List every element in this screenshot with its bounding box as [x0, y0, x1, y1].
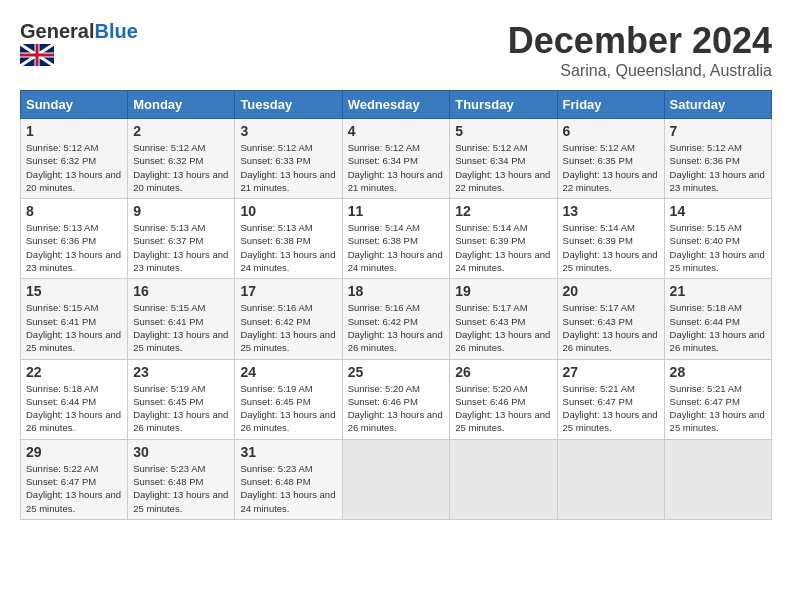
daylight: Daylight: 13 hours and 24 minutes.	[240, 249, 335, 273]
calendar-cell: 24Sunrise: 5:19 AMSunset: 6:45 PMDayligh…	[235, 359, 342, 439]
daylight: Daylight: 13 hours and 26 minutes.	[26, 409, 121, 433]
sunset: Sunset: 6:41 PM	[26, 316, 96, 327]
sunrise: Sunrise: 5:20 AM	[455, 383, 527, 394]
daylight: Daylight: 13 hours and 21 minutes.	[348, 169, 443, 193]
daylight: Daylight: 13 hours and 25 minutes.	[26, 329, 121, 353]
calendar-week-2: 8Sunrise: 5:13 AMSunset: 6:36 PMDaylight…	[21, 199, 772, 279]
title-section: December 2024 Sarina, Queensland, Austra…	[508, 20, 772, 80]
sunrise: Sunrise: 5:14 AM	[455, 222, 527, 233]
sunset: Sunset: 6:37 PM	[133, 235, 203, 246]
col-friday: Friday	[557, 91, 664, 119]
sunrise: Sunrise: 5:12 AM	[240, 142, 312, 153]
daylight: Daylight: 13 hours and 24 minutes.	[348, 249, 443, 273]
col-sunday: Sunday	[21, 91, 128, 119]
calendar-cell: 23Sunrise: 5:19 AMSunset: 6:45 PMDayligh…	[128, 359, 235, 439]
sunset: Sunset: 6:42 PM	[240, 316, 310, 327]
sunrise: Sunrise: 5:21 AM	[563, 383, 635, 394]
calendar-cell: 21Sunrise: 5:18 AMSunset: 6:44 PMDayligh…	[664, 279, 771, 359]
calendar-week-1: 1Sunrise: 5:12 AMSunset: 6:32 PMDaylight…	[21, 119, 772, 199]
day-number: 16	[133, 283, 229, 299]
sunrise: Sunrise: 5:20 AM	[348, 383, 420, 394]
day-number: 19	[455, 283, 551, 299]
daylight: Daylight: 13 hours and 25 minutes.	[133, 489, 228, 513]
sunrise: Sunrise: 5:12 AM	[563, 142, 635, 153]
col-wednesday: Wednesday	[342, 91, 450, 119]
day-number: 28	[670, 364, 766, 380]
sunrise: Sunrise: 5:23 AM	[240, 463, 312, 474]
calendar-cell: 29Sunrise: 5:22 AMSunset: 6:47 PMDayligh…	[21, 439, 128, 519]
sunrise: Sunrise: 5:14 AM	[563, 222, 635, 233]
calendar-cell: 13Sunrise: 5:14 AMSunset: 6:39 PMDayligh…	[557, 199, 664, 279]
day-number: 6	[563, 123, 659, 139]
calendar-week-4: 22Sunrise: 5:18 AMSunset: 6:44 PMDayligh…	[21, 359, 772, 439]
calendar-cell: 8Sunrise: 5:13 AMSunset: 6:36 PMDaylight…	[21, 199, 128, 279]
col-saturday: Saturday	[664, 91, 771, 119]
daylight: Daylight: 13 hours and 25 minutes.	[670, 249, 765, 273]
day-number: 3	[240, 123, 336, 139]
day-number: 27	[563, 364, 659, 380]
sunrise: Sunrise: 5:17 AM	[563, 302, 635, 313]
daylight: Daylight: 13 hours and 26 minutes.	[240, 409, 335, 433]
sunset: Sunset: 6:32 PM	[133, 155, 203, 166]
daylight: Daylight: 13 hours and 25 minutes.	[26, 489, 121, 513]
sunset: Sunset: 6:33 PM	[240, 155, 310, 166]
daylight: Daylight: 13 hours and 21 minutes.	[240, 169, 335, 193]
calendar-cell	[557, 439, 664, 519]
logo-blue: Blue	[94, 20, 137, 42]
day-number: 17	[240, 283, 336, 299]
sunrise: Sunrise: 5:19 AM	[240, 383, 312, 394]
sunset: Sunset: 6:32 PM	[26, 155, 96, 166]
sunset: Sunset: 6:34 PM	[455, 155, 525, 166]
day-number: 8	[26, 203, 122, 219]
sunrise: Sunrise: 5:18 AM	[26, 383, 98, 394]
daylight: Daylight: 13 hours and 25 minutes.	[240, 329, 335, 353]
calendar-week-5: 29Sunrise: 5:22 AMSunset: 6:47 PMDayligh…	[21, 439, 772, 519]
calendar-cell: 3Sunrise: 5:12 AMSunset: 6:33 PMDaylight…	[235, 119, 342, 199]
sunrise: Sunrise: 5:15 AM	[670, 222, 742, 233]
day-number: 20	[563, 283, 659, 299]
col-thursday: Thursday	[450, 91, 557, 119]
daylight: Daylight: 13 hours and 20 minutes.	[26, 169, 121, 193]
sunset: Sunset: 6:42 PM	[348, 316, 418, 327]
sunrise: Sunrise: 5:23 AM	[133, 463, 205, 474]
daylight: Daylight: 13 hours and 24 minutes.	[240, 489, 335, 513]
day-number: 21	[670, 283, 766, 299]
calendar-cell: 2Sunrise: 5:12 AMSunset: 6:32 PMDaylight…	[128, 119, 235, 199]
sunrise: Sunrise: 5:12 AM	[670, 142, 742, 153]
daylight: Daylight: 13 hours and 26 minutes.	[455, 329, 550, 353]
daylight: Daylight: 13 hours and 22 minutes.	[455, 169, 550, 193]
logo-icon	[20, 44, 54, 66]
day-number: 29	[26, 444, 122, 460]
calendar-cell	[664, 439, 771, 519]
sunset: Sunset: 6:43 PM	[455, 316, 525, 327]
calendar-cell	[342, 439, 450, 519]
daylight: Daylight: 13 hours and 26 minutes.	[670, 329, 765, 353]
daylight: Daylight: 13 hours and 22 minutes.	[563, 169, 658, 193]
calendar-cell: 18Sunrise: 5:16 AMSunset: 6:42 PMDayligh…	[342, 279, 450, 359]
sunrise: Sunrise: 5:12 AM	[26, 142, 98, 153]
sunrise: Sunrise: 5:19 AM	[133, 383, 205, 394]
sunset: Sunset: 6:45 PM	[133, 396, 203, 407]
sunset: Sunset: 6:44 PM	[26, 396, 96, 407]
sunset: Sunset: 6:35 PM	[563, 155, 633, 166]
daylight: Daylight: 13 hours and 26 minutes.	[133, 409, 228, 433]
sunset: Sunset: 6:45 PM	[240, 396, 310, 407]
day-number: 31	[240, 444, 336, 460]
calendar-cell: 20Sunrise: 5:17 AMSunset: 6:43 PMDayligh…	[557, 279, 664, 359]
day-number: 5	[455, 123, 551, 139]
sunrise: Sunrise: 5:12 AM	[348, 142, 420, 153]
sunset: Sunset: 6:48 PM	[240, 476, 310, 487]
sunset: Sunset: 6:47 PM	[670, 396, 740, 407]
daylight: Daylight: 13 hours and 23 minutes.	[133, 249, 228, 273]
daylight: Daylight: 13 hours and 23 minutes.	[26, 249, 121, 273]
sunrise: Sunrise: 5:16 AM	[240, 302, 312, 313]
calendar-table: Sunday Monday Tuesday Wednesday Thursday…	[20, 90, 772, 520]
day-number: 24	[240, 364, 336, 380]
sunset: Sunset: 6:34 PM	[348, 155, 418, 166]
calendar-cell: 6Sunrise: 5:12 AMSunset: 6:35 PMDaylight…	[557, 119, 664, 199]
sunrise: Sunrise: 5:18 AM	[670, 302, 742, 313]
calendar-cell: 1Sunrise: 5:12 AMSunset: 6:32 PMDaylight…	[21, 119, 128, 199]
sunrise: Sunrise: 5:14 AM	[348, 222, 420, 233]
sunset: Sunset: 6:46 PM	[455, 396, 525, 407]
day-number: 2	[133, 123, 229, 139]
